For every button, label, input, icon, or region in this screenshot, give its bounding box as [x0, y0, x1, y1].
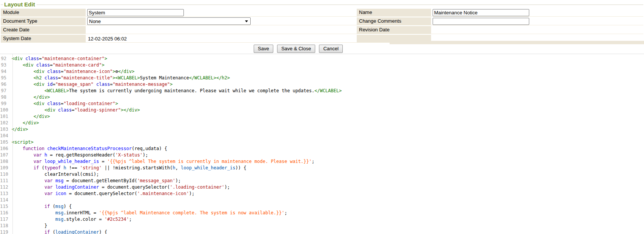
- code-text: [12, 133, 644, 139]
- code-line[interactable]: 113 var icon = document.querySelector('.…: [0, 191, 644, 197]
- revision-date-label: Revision Date: [357, 26, 431, 34]
- code-text: </div>: [12, 126, 644, 133]
- empty-cell: [390, 41, 644, 44]
- line-number: 100: [0, 107, 9, 113]
- line-number: 106: [0, 146, 9, 152]
- line-number: 95: [0, 75, 9, 81]
- code-text: <div class="maintenance-icon">⚙</div>: [12, 68, 644, 75]
- code-line[interactable]: 96 <div id="message_span" class="mainten…: [0, 81, 644, 88]
- code-text: var loadingContainer = document.querySel…: [12, 184, 644, 191]
- code-line[interactable]: 98 </div>: [0, 94, 644, 101]
- document-type-select[interactable]: None: [87, 17, 251, 25]
- code-text: function checkMaintenanceStatusProcessor…: [12, 146, 644, 152]
- code-text: [12, 197, 644, 203]
- name-input[interactable]: [433, 9, 529, 16]
- line-number: 93: [0, 62, 9, 68]
- code-line[interactable]: 94 <div class="maintenance-icon">⚙</div>: [0, 68, 644, 75]
- code-line[interactable]: 92<div class="maintenance-container">: [0, 56, 644, 62]
- code-line[interactable]: 117 msg.style.color = '#2c5234';: [0, 216, 644, 223]
- save-button[interactable]: Save: [254, 45, 273, 53]
- code-line[interactable]: 105<script>: [0, 139, 644, 146]
- create-date-label: Create Date: [1, 26, 86, 34]
- code-line[interactable]: 93 <div class="maintenance-card">: [0, 62, 644, 68]
- form-row-createdate-revisiondate: Create Date Revision Date: [1, 26, 643, 34]
- name-label: Name: [357, 9, 431, 16]
- code-line[interactable]: 106 function checkMaintenanceStatusProce…: [0, 146, 644, 152]
- line-number: 99: [0, 101, 9, 107]
- line-number: 108: [0, 158, 9, 165]
- line-number: 97: [0, 88, 9, 94]
- fieldset-header: Layout Edit: [0, 0, 644, 9]
- line-number: 111: [0, 178, 9, 184]
- line-number: 101: [0, 113, 9, 120]
- code-line[interactable]: 99 <div class="loading-container">: [0, 101, 644, 107]
- line-number: 117: [0, 216, 9, 223]
- code-line[interactable]: 114: [0, 197, 644, 203]
- form-row-module-name: Module Name: [1, 9, 643, 17]
- code-line[interactable]: 115 if (msg) {: [0, 203, 644, 210]
- line-number: 113: [0, 191, 9, 197]
- code-text: var msg = document.getElementById('messa…: [12, 178, 644, 184]
- code-text: }: [12, 223, 644, 229]
- module-label: Module: [1, 9, 86, 16]
- line-number: 102: [0, 120, 9, 126]
- line-number: 92: [0, 56, 9, 62]
- module-input[interactable]: [87, 9, 184, 16]
- line-number: 116: [0, 210, 9, 216]
- code-line[interactable]: 107 var h = req.getResponseHeader('X-sta…: [0, 152, 644, 158]
- line-number: 96: [0, 81, 9, 88]
- code-text: if (msg) {: [12, 203, 644, 210]
- code-line[interactable]: 119 if (loadingContainer) {: [0, 229, 644, 234]
- line-number: 104: [0, 133, 9, 139]
- line-number: 112: [0, 184, 9, 191]
- code-text: clearInterval(cmsi);: [12, 171, 644, 178]
- code-text: msg.innerHTML = '{{%pjs ^label Maintenan…: [12, 210, 644, 216]
- line-number: 110: [0, 171, 9, 178]
- document-type-label: Document Type: [1, 17, 86, 25]
- fieldset-border-line: [37, 5, 643, 5]
- line-number: 115: [0, 203, 9, 210]
- gutter-separator: [12, 54, 13, 234]
- code-line[interactable]: 111 var msg = document.getElementById('m…: [0, 178, 644, 184]
- line-number: 94: [0, 68, 9, 75]
- code-line[interactable]: 109 if (typeof h !== 'string' || !miestr…: [0, 165, 644, 171]
- save-and-close-button[interactable]: Save & Close: [277, 45, 315, 53]
- code-text: if (loadingContainer) {: [12, 229, 644, 234]
- code-line[interactable]: 116 msg.innerHTML = '{{%pjs ^label Maint…: [0, 210, 644, 216]
- code-text: var icon = document.querySelector('.main…: [12, 191, 644, 197]
- page-title: Layout Edit: [3, 1, 37, 8]
- code-text: <div class="maintenance-container">: [12, 56, 644, 62]
- code-line[interactable]: 118 }: [0, 223, 644, 229]
- code-line[interactable]: 108 var loop_while_header_is = '{{%pjs ^…: [0, 158, 644, 165]
- code-line[interactable]: 112 var loadingContainer = document.quer…: [0, 184, 644, 191]
- code-line[interactable]: 110 clearInterval(cmsi);: [0, 171, 644, 178]
- code-text: </div>: [12, 120, 644, 126]
- code-line[interactable]: 100 <div class="loading-spinner"></div>: [0, 107, 644, 113]
- code-line[interactable]: 95 <h2 class="maintenance-title"><WCLABE…: [0, 75, 644, 81]
- layout-edit-page: Layout Edit Module Name Document Type No…: [0, 0, 644, 234]
- chevron-down-icon: [245, 20, 248, 22]
- layout-edit-form: Module Name Document Type None Change Co…: [0, 9, 644, 43]
- cancel-button[interactable]: Cancel: [319, 45, 342, 53]
- code-text: msg.style.color = '#2c5234';: [12, 216, 644, 223]
- code-line[interactable]: 101 </div>: [0, 113, 644, 120]
- code-text: <WCLABEL>The system is currently undergo…: [12, 88, 644, 94]
- document-type-selected-value: None: [89, 19, 243, 24]
- line-number: 119: [0, 229, 9, 234]
- code-line[interactable]: 97 <WCLABEL>The system is currently unde…: [0, 88, 644, 94]
- code-editor[interactable]: 92<div class="maintenance-container">93 …: [0, 54, 644, 234]
- line-number: 107: [0, 152, 9, 158]
- change-comments-input[interactable]: [433, 18, 529, 25]
- line-number: 118: [0, 223, 9, 229]
- code-line[interactable]: 104: [0, 133, 644, 139]
- code-text: <div id="message_span" class="maintenanc…: [12, 81, 644, 88]
- code-text: <div class="maintenance-card">: [12, 62, 644, 68]
- code-text: var loop_while_header_is = '{{%pjs ^labe…: [12, 158, 644, 165]
- code-line[interactable]: 102 </div>: [0, 120, 644, 126]
- code-line[interactable]: 103</div>: [0, 126, 644, 133]
- line-number: 103: [0, 126, 9, 133]
- system-date-value: 12-02-2025 06:02: [87, 36, 127, 42]
- code-text: <h2 class="maintenance-title"><WCLABEL>S…: [12, 75, 644, 81]
- system-date-label: System Date: [1, 35, 86, 42]
- code-text: <div class="loading-spinner"></div>: [12, 107, 644, 113]
